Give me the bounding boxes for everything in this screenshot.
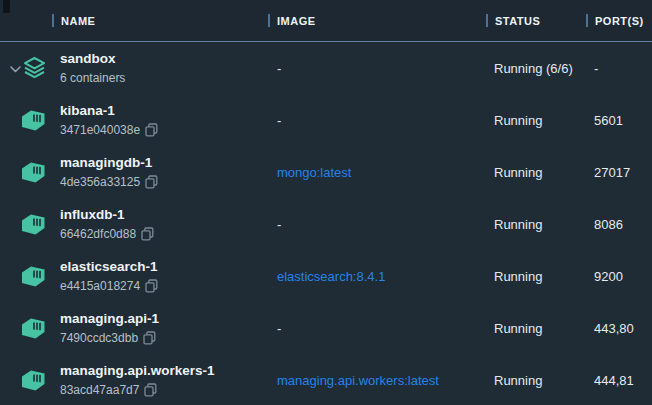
image-name[interactable]: elasticsearch:8.4.1	[277, 269, 385, 284]
copy-icon[interactable]	[145, 123, 158, 137]
row-image-cell: -	[268, 217, 486, 232]
ports-text: 444,81	[586, 373, 652, 388]
ports-text: 5601	[586, 113, 652, 128]
status-text: Running	[486, 373, 586, 388]
container-name[interactable]: managingdb-1	[60, 154, 268, 172]
container-row[interactable]: managingdb-1 4de356a33125 mongo:latest R…	[0, 146, 652, 198]
chevron-down-icon[interactable]	[10, 66, 21, 73]
copy-icon[interactable]	[145, 279, 158, 293]
container-id: 83acd47aa7d7	[60, 381, 139, 399]
column-header-image[interactable]: IMAGE	[268, 14, 486, 27]
container-group-row[interactable]: sandbox 6 containers - Running (6/6) -	[0, 42, 652, 94]
container-group-icon	[21, 56, 48, 81]
row-icon-cell	[0, 198, 60, 250]
table-body: sandbox 6 containers - Running (6/6) -	[0, 42, 652, 405]
container-name[interactable]: kibana-1	[60, 102, 268, 120]
container-icon	[21, 369, 46, 392]
status-text: Running	[486, 269, 586, 284]
image-name[interactable]: -	[277, 113, 281, 128]
container-name[interactable]: sandbox	[60, 50, 268, 68]
row-image-cell: -	[268, 321, 486, 336]
row-icon-cell	[0, 42, 60, 94]
copy-icon[interactable]	[144, 383, 157, 397]
container-name[interactable]: managing.api.workers-1	[60, 362, 268, 380]
column-label: NAME	[61, 15, 95, 27]
column-label: PORT(S)	[595, 15, 644, 27]
container-row[interactable]: influxdb-1 66462dfc0d88 - Running 8086	[0, 198, 652, 250]
row-icon-cell	[0, 146, 60, 198]
ports-text: 9200	[586, 269, 652, 284]
container-row[interactable]: elasticsearch-1 e4415a018274 elasticsear…	[0, 250, 652, 302]
row-name-cell: managing.api-1 7490ccdc3dbb	[60, 310, 268, 347]
left-edge-notch	[3, 0, 10, 13]
copy-icon[interactable]	[141, 227, 154, 241]
row-name-cell: influxdb-1 66462dfc0d88	[60, 206, 268, 243]
image-name[interactable]: managing.api.workers:latest	[277, 373, 439, 388]
row-name-cell: managingdb-1 4de356a33125	[60, 154, 268, 191]
row-name-cell: managing.api.workers-1 83acd47aa7d7	[60, 362, 268, 399]
row-image-cell: -	[268, 61, 486, 76]
table-header: NAME IMAGE STATUS PORT(S)	[0, 0, 652, 42]
row-name-cell: kibana-1 3471e040038e	[60, 102, 268, 139]
container-row[interactable]: kibana-1 3471e040038e - Running 5601	[0, 94, 652, 146]
image-name[interactable]: -	[277, 321, 281, 336]
column-header-status[interactable]: STATUS	[486, 14, 586, 27]
row-image-cell: mongo:latest	[268, 165, 486, 180]
status-text: Running (6/6)	[486, 61, 586, 76]
image-name[interactable]: -	[277, 61, 281, 76]
status-text: Running	[486, 217, 586, 232]
row-name-cell: elasticsearch-1 e4415a018274	[60, 258, 268, 295]
copy-icon[interactable]	[143, 331, 156, 345]
container-row[interactable]: managing.api.workers-1 83acd47aa7d7 mana…	[0, 354, 652, 405]
ports-text: -	[586, 61, 652, 76]
column-label: STATUS	[495, 15, 540, 27]
image-name[interactable]: -	[277, 217, 281, 232]
row-image-cell: elasticsearch:8.4.1	[268, 269, 486, 284]
container-icon	[21, 109, 46, 132]
row-name-cell: sandbox 6 containers	[60, 50, 268, 87]
column-header-ports[interactable]: PORT(S)	[586, 14, 652, 27]
container-icon	[21, 213, 46, 236]
container-icon	[21, 161, 46, 184]
container-name[interactable]: managing.api-1	[60, 310, 268, 328]
container-id: 3471e040038e	[60, 121, 140, 139]
container-row[interactable]: managing.api-1 7490ccdc3dbb - Running 44…	[0, 302, 652, 354]
row-icon-cell	[0, 354, 60, 405]
container-id: e4415a018274	[60, 277, 140, 295]
column-header-name[interactable]: NAME	[52, 14, 268, 27]
container-id: 7490ccdc3dbb	[60, 329, 138, 347]
row-image-cell: managing.api.workers:latest	[268, 373, 486, 388]
container-icon	[21, 265, 46, 288]
container-name[interactable]: influxdb-1	[60, 206, 268, 224]
container-icon	[21, 317, 46, 340]
image-name[interactable]: mongo:latest	[277, 165, 351, 180]
ports-text: 8086	[586, 217, 652, 232]
row-icon-cell	[0, 94, 60, 146]
copy-icon[interactable]	[145, 175, 158, 189]
container-id: 4de356a33125	[60, 173, 140, 191]
ports-text: 27017	[586, 165, 652, 180]
container-name[interactable]: elasticsearch-1	[60, 258, 268, 276]
column-label: IMAGE	[277, 15, 316, 27]
row-icon-cell	[0, 302, 60, 354]
row-image-cell: -	[268, 113, 486, 128]
status-text: Running	[486, 321, 586, 336]
row-icon-cell	[0, 250, 60, 302]
column-divider	[268, 14, 270, 27]
ports-text: 443,80	[586, 321, 652, 336]
container-id: 66462dfc0d88	[60, 225, 136, 243]
column-divider	[486, 14, 488, 27]
column-divider	[52, 14, 54, 27]
status-text: Running	[486, 113, 586, 128]
status-text: Running	[486, 165, 586, 180]
container-id: 6 containers	[60, 69, 125, 87]
containers-table: NAME IMAGE STATUS PORT(S)	[0, 0, 652, 405]
column-divider	[586, 14, 588, 27]
